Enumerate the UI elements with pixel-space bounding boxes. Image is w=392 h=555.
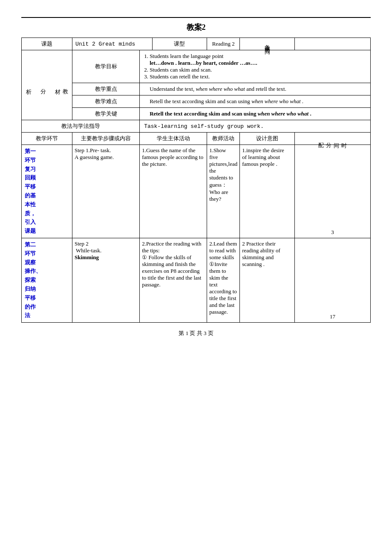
- content-jiaoxuenandian: Retell the text according skim and scan …: [140, 95, 371, 108]
- section-jiaocan: 教材分析: [22, 50, 72, 120]
- step-1: Step 1.Pre- task.A guessing game.: [72, 145, 140, 238]
- label-jiaofaxuefa: 教法与学法指导: [22, 120, 140, 133]
- th-jiaoxuehuan: 教学环节: [22, 133, 72, 145]
- th-zhuyao: 主要教学步骤或内容: [72, 133, 140, 145]
- doc-title: 教案2: [21, 22, 371, 32]
- label-jiaoxuemubiao: 教学目标: [72, 50, 140, 83]
- content-jiaofaxuefa: Task-learning self-study group work.: [140, 120, 371, 133]
- unit-text: Unit 2 Great minds: [72, 38, 153, 50]
- content-jiaoxueguanjian: Retell the text according skim and scan …: [140, 108, 371, 120]
- th-sheji: 设计意图: [240, 133, 295, 145]
- huan-label-2: 第二环节观察操作、探索归纳平移的作法: [22, 238, 72, 322]
- main-table: 课题 Unit 2 Great minds 课型 Reading 2 备课时间 …: [21, 38, 371, 323]
- design-2: 2 Practice their reading ability of skim…: [240, 238, 295, 322]
- time-2: 17: [294, 238, 370, 322]
- time-1: 3: [294, 145, 370, 238]
- reading-text: Reading 2: [207, 38, 240, 50]
- teacher-1: 1.Show five pictures,lead the students t…: [207, 145, 240, 238]
- student-2: 2.Practice the reading with the tips: ① …: [140, 238, 207, 322]
- page-footer: 第 1 页 共 3 页: [21, 330, 371, 337]
- label-kexing: 课型: [152, 38, 207, 50]
- label-ketou: 课题: [22, 38, 72, 50]
- step-2: Step 2 While-task.Skimming: [72, 238, 140, 322]
- huan-label-1: 第一环节复习回顾平移的基本性质，引入课题: [22, 145, 72, 238]
- label-jiaoxuenandian: 教学难点: [72, 95, 140, 108]
- label-beike: 备课时间: [240, 38, 295, 50]
- th-shijian: 时间分配: [294, 133, 370, 145]
- label-jiaoxueguanjian: 教学关键: [72, 108, 140, 120]
- beike-value: [294, 38, 370, 50]
- content-jiaoxuemubiao: 1. Students learn the language point let…: [140, 50, 371, 83]
- student-1: 1.Guess the name of the famous people ac…: [140, 145, 207, 238]
- content-jiaoxuezhongdian: Understand the text, when where who what…: [140, 83, 371, 95]
- teacher-2: 2.Lead them to read with some skills ①In…: [207, 238, 240, 322]
- label-jiaoxuezhongdian: 教学重点: [72, 83, 140, 95]
- design-1: 1.inspire the desire of learning about f…: [240, 145, 295, 238]
- th-jiaoshi: 教师活动: [207, 133, 240, 145]
- th-xuesheng: 学生主体活动: [140, 133, 207, 145]
